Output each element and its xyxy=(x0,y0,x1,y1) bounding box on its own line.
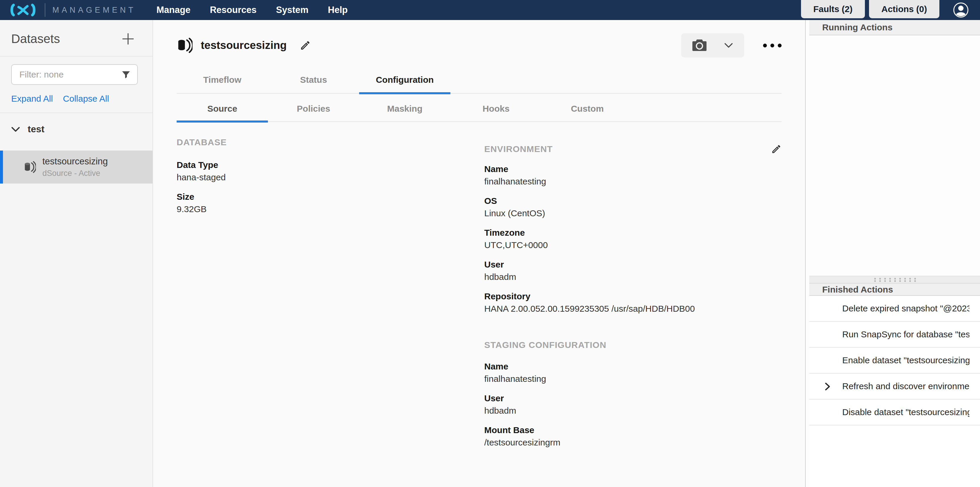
field-label: Timezone xyxy=(484,227,781,239)
nav-item-help[interactable]: Help xyxy=(328,5,348,15)
edit-environment-pencil-icon[interactable] xyxy=(771,144,781,154)
actions-panel: Running Actions Finished Actions Delete … xyxy=(805,20,980,487)
field-label: Mount Base xyxy=(484,424,781,436)
finished-action-row[interactable]: Delete expired snapshot "@2023-0… xyxy=(809,296,980,322)
faults-button[interactable]: Faults (2) xyxy=(801,0,865,18)
database-section: DATABASE Data Type hana-staged Size 9.32… xyxy=(177,137,484,449)
dataset-group-test[interactable]: test xyxy=(0,116,153,142)
field-label: Name xyxy=(484,361,781,372)
finished-action-text: Delete expired snapshot "@2023-0… xyxy=(842,303,969,313)
finished-action-row[interactable]: Run SnapSync for database "tests… xyxy=(809,322,980,348)
collapse-all-link[interactable]: Collapse All xyxy=(63,94,109,104)
nav-item-manage[interactable]: Manage xyxy=(157,5,191,15)
product-name: MANAGEMENT xyxy=(52,6,136,15)
finished-action-text: Enable dataset "testsourcesizing". xyxy=(842,355,969,365)
dsource-icon xyxy=(177,37,192,53)
running-actions-header: Running Actions xyxy=(809,20,980,35)
expand-all-link[interactable]: Expand All xyxy=(11,94,53,104)
chevron-right-icon[interactable] xyxy=(824,382,830,391)
staging-configuration-heading: STAGING CONFIGURATION xyxy=(484,340,781,350)
filter-funnel-icon[interactable] xyxy=(121,70,131,80)
finished-actions-empty-space xyxy=(809,425,980,487)
dataset-item-name: testsourcesizing xyxy=(42,156,108,167)
field-value: hdbadm xyxy=(484,271,781,283)
field-label: Size xyxy=(177,191,484,203)
chevron-down-icon xyxy=(724,42,733,48)
dataset-group-label: test xyxy=(28,124,45,135)
subtab-source[interactable]: Source xyxy=(177,99,268,121)
add-dataset-button[interactable] xyxy=(121,32,135,46)
tab-timeflow[interactable]: Timeflow xyxy=(177,69,268,93)
field-label: OS xyxy=(484,195,781,207)
sidebar-divider xyxy=(0,56,153,57)
nav-item-system[interactable]: System xyxy=(276,5,308,15)
filter-input[interactable] xyxy=(11,64,138,85)
nav-menu: Manage Resources System Help xyxy=(157,5,348,15)
nav-item-resources[interactable]: Resources xyxy=(210,5,257,15)
finished-actions-header: Finished Actions xyxy=(809,283,980,296)
actions-button[interactable]: Actions (0) xyxy=(869,0,939,18)
dataset-item-testsourcesizing[interactable]: testsourcesizing dSource - Active xyxy=(0,150,153,184)
field-label: Data Type xyxy=(177,159,484,171)
subtab-hooks[interactable]: Hooks xyxy=(450,99,542,121)
finished-action-text: Run SnapSync for database "tests… xyxy=(842,329,969,339)
database-heading: DATABASE xyxy=(177,137,484,147)
subtab-policies[interactable]: Policies xyxy=(268,99,359,121)
more-options-button[interactable] xyxy=(763,44,781,48)
top-nav: MANAGEMENT Manage Resources System Help … xyxy=(0,0,980,20)
field-label: User xyxy=(484,259,781,270)
finished-action-row[interactable]: Disable dataset "testsourcesizing". xyxy=(809,399,980,425)
field-value: finalhanatesting xyxy=(484,176,781,187)
configuration-subtabs: Source Policies Masking Hooks Custom xyxy=(177,99,781,122)
field-value: hdbadm xyxy=(484,405,781,417)
tab-status[interactable]: Status xyxy=(268,69,359,93)
field-value: 9.32GB xyxy=(177,203,484,215)
field-value: HANA 2.00.052.00.1599235305 /usr/sap/HDB… xyxy=(484,303,781,315)
subtab-masking[interactable]: Masking xyxy=(359,99,450,121)
page-title: testsourcesizing xyxy=(201,39,287,51)
sidebar-divider xyxy=(0,113,153,113)
camera-icon xyxy=(692,40,706,51)
chevron-down-icon xyxy=(11,126,20,132)
dataset-item-status: dSource - Active xyxy=(42,169,108,178)
delphix-logo-icon[interactable] xyxy=(9,3,37,18)
edit-title-pencil-icon[interactable] xyxy=(300,40,311,51)
finished-action-row[interactable]: Enable dataset "testsourcesizing". xyxy=(809,348,980,374)
user-avatar-icon[interactable] xyxy=(953,2,969,18)
environment-section: ENVIRONMENT Name finalhanatesting OS Lin… xyxy=(484,137,781,449)
running-actions-list xyxy=(809,35,980,276)
snapshot-split-button[interactable] xyxy=(681,33,744,57)
panel-resize-handle[interactable] xyxy=(809,276,980,283)
finished-action-row[interactable]: Refresh and discover environment … xyxy=(809,374,980,399)
nav-divider xyxy=(45,3,45,17)
environment-heading: ENVIRONMENT xyxy=(484,144,553,154)
grip-dots-icon xyxy=(873,278,917,282)
field-value: Linux (CentOS) xyxy=(484,208,781,219)
finished-action-text: Disable dataset "testsourcesizing". xyxy=(842,407,969,417)
main-panel: testsourcesizing xyxy=(153,20,805,487)
nav-right-cluster: Faults (2) Actions (0) xyxy=(801,0,980,20)
datasets-sidebar: Datasets Expand All Collapse All xyxy=(0,20,153,487)
field-value: /testsourcesizingrm xyxy=(484,437,781,449)
field-value: finalhanatesting xyxy=(484,373,781,385)
field-label: Name xyxy=(484,163,781,175)
primary-tabs: Timeflow Status Configuration xyxy=(177,69,781,94)
subtab-custom[interactable]: Custom xyxy=(542,99,633,121)
field-label: Repository xyxy=(484,291,781,302)
tab-configuration[interactable]: Configuration xyxy=(359,69,450,93)
field-value: UTC,UTC+0000 xyxy=(484,239,781,251)
field-value: hana-staged xyxy=(177,171,484,183)
field-label: User xyxy=(484,393,781,404)
sidebar-title: Datasets xyxy=(11,32,60,46)
dsource-icon xyxy=(24,161,36,173)
finished-action-text: Refresh and discover environment … xyxy=(842,381,969,391)
